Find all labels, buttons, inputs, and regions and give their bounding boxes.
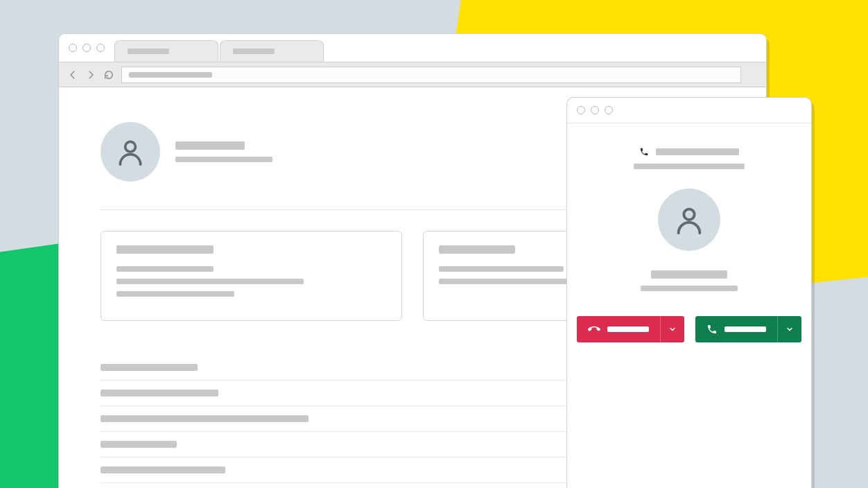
phone-icon: [706, 324, 718, 335]
accept-button[interactable]: [695, 316, 801, 342]
browser-tab[interactable]: [220, 40, 324, 62]
popup-content: [567, 123, 811, 342]
caller-name: [651, 270, 727, 279]
card-row: [116, 266, 214, 272]
hangup-icon: [588, 323, 600, 336]
list-item-label: [101, 390, 218, 397]
decline-button-label: [607, 326, 649, 332]
tab-strip: [59, 34, 766, 62]
list-item-label: [101, 364, 198, 371]
address-bar-value: [129, 72, 212, 78]
info-card: [101, 231, 402, 321]
card-heading: [116, 245, 214, 254]
reload-icon[interactable]: [103, 69, 114, 80]
accept-button-label: [724, 326, 766, 332]
svg-point-0: [125, 141, 136, 152]
caller-avatar: [658, 189, 720, 251]
call-popup-window: [566, 97, 810, 488]
tab-label: [128, 49, 169, 54]
avatar: [101, 122, 160, 182]
card-row: [439, 279, 571, 284]
back-icon[interactable]: [67, 69, 78, 80]
chevron-down-icon: [668, 325, 677, 333]
forward-icon[interactable]: [85, 69, 96, 80]
decline-button[interactable]: [577, 316, 684, 342]
list-item-label: [101, 467, 225, 473]
close-icon[interactable]: [69, 44, 77, 52]
svg-point-1: [684, 209, 694, 220]
call-header-line1: [656, 148, 739, 155]
list-item-label: [101, 415, 309, 422]
maximize-icon[interactable]: [605, 106, 613, 114]
window-controls: [567, 98, 623, 123]
call-header-line2: [634, 164, 745, 169]
maximize-icon[interactable]: [96, 44, 105, 52]
card-row: [116, 279, 304, 284]
list-item-label: [101, 441, 177, 448]
person-icon: [673, 204, 705, 236]
tab-label: [233, 49, 275, 54]
close-icon[interactable]: [577, 106, 585, 114]
profile-title: [175, 141, 245, 150]
accept-dropdown[interactable]: [777, 316, 801, 342]
window-controls: [59, 34, 114, 62]
popup-titlebar: [567, 98, 811, 123]
phone-icon: [639, 147, 649, 157]
profile-subtitle: [175, 157, 272, 162]
minimize-icon[interactable]: [83, 44, 91, 52]
caller-subtitle: [641, 286, 738, 291]
card-heading: [439, 245, 515, 254]
person-icon: [115, 137, 146, 167]
browser-toolbar: [59, 62, 766, 87]
call-action-buttons: [577, 316, 801, 342]
address-bar[interactable]: [121, 67, 741, 83]
browser-tab[interactable]: [114, 40, 218, 62]
card-row: [439, 266, 564, 272]
card-row: [116, 291, 234, 297]
decline-dropdown[interactable]: [660, 316, 684, 342]
chevron-down-icon: [785, 325, 794, 333]
minimize-icon[interactable]: [591, 106, 599, 114]
